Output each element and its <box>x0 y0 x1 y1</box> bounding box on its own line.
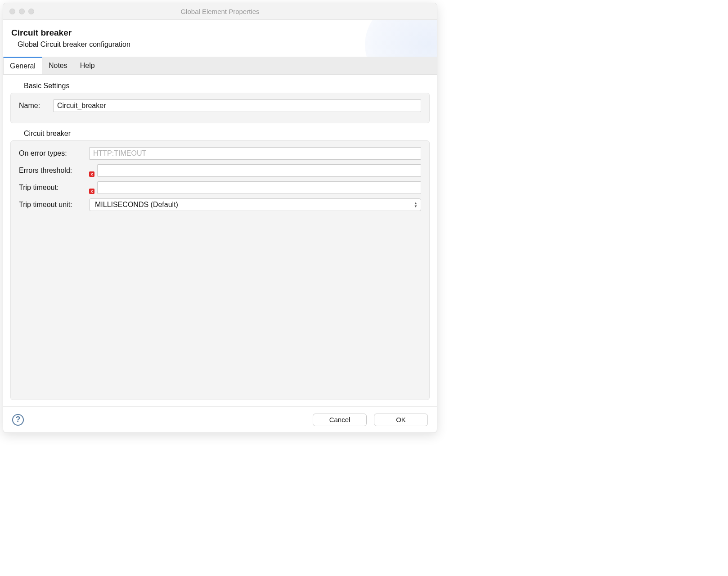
tab-help[interactable]: Help <box>74 57 101 74</box>
name-label: Name: <box>19 102 50 110</box>
circuit-breaker-group: On error types: Errors threshold: x Trip… <box>10 140 430 400</box>
on-error-types-label: On error types: <box>19 149 86 158</box>
dialog-subtitle: Global Circuit breaker configuration <box>18 40 429 49</box>
tab-bar: General Notes Help <box>3 57 437 75</box>
basic-settings-label: Basic Settings <box>24 82 430 90</box>
ok-button[interactable]: OK <box>374 414 428 426</box>
error-icon: x <box>89 171 94 177</box>
trip-timeout-unit-value: MILLISECONDS (Default) <box>89 198 421 211</box>
name-input[interactable] <box>53 99 421 112</box>
window-controls <box>3 9 34 14</box>
dialog-window: Global Element Properties Circuit breake… <box>3 3 437 433</box>
minimize-window-button[interactable] <box>19 9 25 14</box>
tab-notes[interactable]: Notes <box>42 57 74 74</box>
trip-timeout-row: Trip timeout: x <box>19 181 421 194</box>
trip-timeout-label: Trip timeout: <box>19 184 86 192</box>
trip-timeout-input[interactable] <box>97 181 421 194</box>
dialog-footer: ? Cancel OK <box>3 406 437 432</box>
errors-threshold-row: Errors threshold: x <box>19 164 421 177</box>
zoom-window-button[interactable] <box>28 9 34 14</box>
header-decoration <box>365 20 437 57</box>
titlebar: Global Element Properties <box>3 3 437 20</box>
error-icon: x <box>89 189 94 194</box>
trip-timeout-unit-row: Trip timeout unit: MILLISECONDS (Default… <box>19 198 421 211</box>
cancel-button[interactable]: Cancel <box>313 414 367 426</box>
on-error-types-row: On error types: <box>19 147 421 160</box>
dialog-header: Circuit breaker Global Circuit breaker c… <box>3 20 437 57</box>
window-title: Global Element Properties <box>3 8 437 15</box>
help-icon[interactable]: ? <box>12 414 24 426</box>
errors-threshold-input[interactable] <box>97 164 421 177</box>
close-window-button[interactable] <box>9 9 15 14</box>
dialog-title: Circuit breaker <box>11 28 429 38</box>
basic-settings-group: Name: <box>10 93 430 123</box>
errors-threshold-label: Errors threshold: <box>19 166 86 175</box>
trip-timeout-unit-select[interactable]: MILLISECONDS (Default) ▲▼ <box>89 198 421 211</box>
trip-timeout-unit-label: Trip timeout unit: <box>19 201 86 209</box>
circuit-breaker-label: Circuit breaker <box>24 130 430 138</box>
name-row: Name: <box>19 99 421 112</box>
tab-content: Basic Settings Name: Circuit breaker On … <box>3 75 437 406</box>
on-error-types-input[interactable] <box>89 147 421 160</box>
tab-general[interactable]: General <box>3 57 42 74</box>
